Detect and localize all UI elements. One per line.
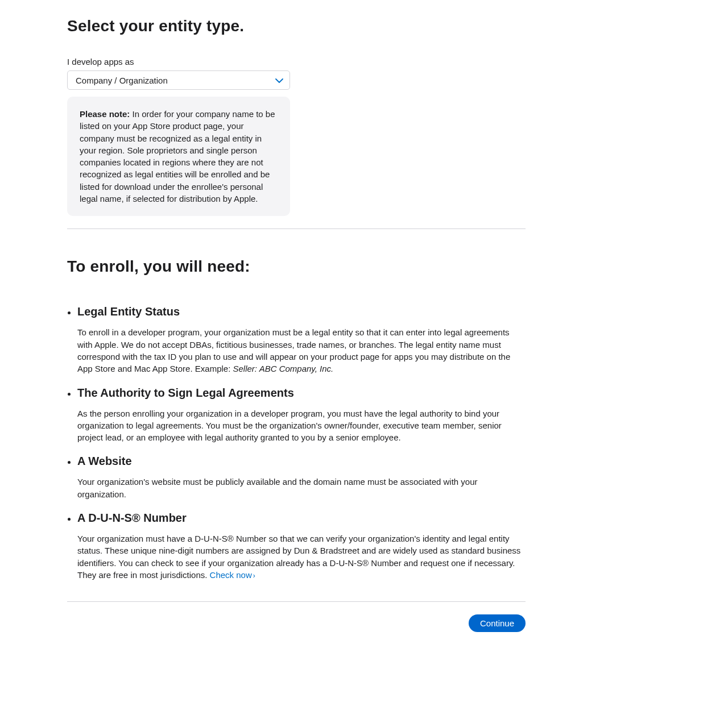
check-now-link[interactable]: Check now›	[210, 570, 255, 580]
requirement-item: Legal Entity Status To enroll in a devel…	[77, 305, 526, 375]
requirement-item: A D-U-N-S® Number Your organization must…	[77, 512, 526, 581]
please-note-box: Please note: In order for your company n…	[67, 97, 290, 216]
section-title: To enroll, you will need:	[67, 257, 526, 276]
note-body: In order for your company name to be lis…	[80, 109, 275, 203]
entity-type-selected: Company / Organization	[76, 76, 168, 85]
requirement-heading: A Website	[77, 455, 526, 468]
continue-button[interactable]: Continue	[469, 614, 526, 632]
divider	[67, 601, 526, 602]
requirement-heading: A D-U-N-S® Number	[77, 512, 526, 525]
entity-type-label: I develop apps as	[67, 57, 526, 67]
requirement-item: The Authority to Sign Legal Agreements A…	[77, 386, 526, 444]
chevron-right-icon: ›	[253, 572, 255, 580]
requirement-heading: The Authority to Sign Legal Agreements	[77, 386, 526, 400]
requirement-item: A Website Your organization's website mu…	[77, 455, 526, 500]
requirement-heading: Legal Entity Status	[77, 305, 526, 318]
requirement-body: Your organization must have a D-U-N-S® N…	[77, 533, 526, 581]
entity-type-select[interactable]: Company / Organization	[67, 70, 290, 90]
requirement-body: As the person enrolling your organizatio…	[77, 408, 526, 444]
divider	[67, 228, 526, 229]
requirement-body: Your organization's website must be publ…	[77, 476, 526, 500]
note-label: Please note:	[80, 109, 130, 119]
page-title: Select your entity type.	[67, 17, 526, 35]
requirement-body: To enroll in a developer program, your o…	[77, 326, 526, 375]
